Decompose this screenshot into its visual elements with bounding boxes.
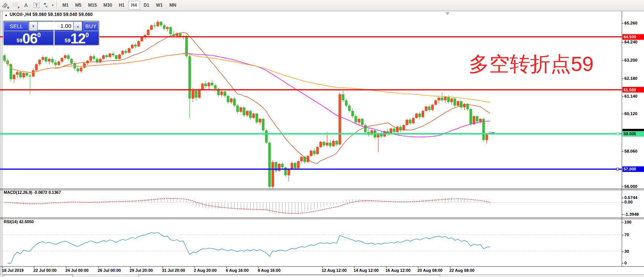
fibo-grid-icon: F <box>12 1 20 9</box>
volume-increase-button[interactable]: ▲ <box>74 22 82 31</box>
chart-shift-marker-icon[interactable] <box>445 12 450 15</box>
macd-panel <box>0 198 622 215</box>
date-label: 24 Jul 00:00 <box>65 268 88 273</box>
buy-price-display[interactable]: 59120 <box>55 31 99 45</box>
timeframe-button-M5[interactable]: M5 <box>72 1 85 10</box>
date-label: 22 Jul 00:00 <box>33 268 56 273</box>
ma-slow-line <box>4 54 490 102</box>
chart-symbol-header: ▲UKOil-,H4 59.060 59.160 59.040 59.060 <box>4 12 93 17</box>
timeframe-button-D1[interactable]: D1 <box>141 1 152 10</box>
rsi-axis-label: 0 <box>624 261 627 265</box>
timeframe-button-M30[interactable]: M30 <box>101 1 115 10</box>
sell-price-sup: 0 <box>37 32 40 39</box>
toolbar-separator <box>56 1 57 9</box>
price-axis-label: 61.140 <box>624 94 637 98</box>
date-label: 8 Aug 16:00 <box>258 268 280 273</box>
price-axis-label: 60.120 <box>624 111 637 116</box>
text-tool-button[interactable]: A <box>21 0 31 10</box>
buy-price-big: 12 <box>71 32 85 45</box>
date-label: 16 Aug 12:00 <box>386 268 410 273</box>
price-axis-label: 64.240 <box>624 40 637 44</box>
sell-price-big: 06 <box>22 32 37 45</box>
price-badge-61.500: 61.500 <box>622 87 644 92</box>
date-label: 22 Aug 08:00 <box>449 268 474 273</box>
fibonacci-tool-button[interactable]: F <box>11 0 20 10</box>
panel-borders <box>0 11 644 267</box>
collapse-triangle-icon[interactable]: ▲ <box>4 13 8 17</box>
arrows-icon <box>42 1 51 9</box>
rsi-axis-label: 30 <box>624 249 629 254</box>
chart-tab[interactable] <box>3 275 73 277</box>
date-label: 12 Aug 12:00 <box>322 268 347 273</box>
macd-axis-label: 0.5744 <box>624 195 637 200</box>
buy-price-sup: 0 <box>85 32 89 39</box>
macd-axis-label: 0.00 <box>624 200 632 204</box>
ma-mid-line <box>4 53 490 137</box>
chart-text-annotation[interactable]: 多空转折点59 <box>469 53 593 75</box>
date-label: 26 Jul 00:00 <box>98 268 121 273</box>
symbol-ohlc-text: UKOil-,H4 59.060 59.160 59.040 59.060 <box>10 12 93 17</box>
sell-button[interactable]: SELL <box>4 22 29 31</box>
volume-input[interactable] <box>38 22 74 30</box>
date-label: 14 Aug 12:00 <box>354 268 378 273</box>
crosshair-draw-tool-button[interactable]: E <box>0 0 10 10</box>
date-label: 2 Aug 20:00 <box>194 268 217 273</box>
timeframe-button-H1[interactable]: H1 <box>116 1 127 10</box>
price-axis-label: 62.180 <box>624 76 637 81</box>
boxed-t-icon: T <box>33 3 40 8</box>
buy-button[interactable]: BUY <box>84 22 98 31</box>
macd-axis-label: -1.3948 <box>624 212 639 216</box>
rsi-label: RSI(14) 42.5050 <box>4 219 34 224</box>
chart-tab[interactable] <box>139 275 440 277</box>
date-label: 6 Aug 16:00 <box>226 268 248 273</box>
timeframe-bar: M1M5M15M30H1H4D1W1MN <box>59 1 180 10</box>
sell-price-small: 59 <box>17 38 23 43</box>
price-axis-label: 65.260 <box>624 21 637 25</box>
crayon-icon: E <box>1 1 9 9</box>
date-label: 20 Aug 08:00 <box>417 268 442 273</box>
price-badge-57.000: 57.000 <box>622 166 644 172</box>
ma-fast-line <box>4 33 490 164</box>
one-click-trading-panel: SELL ▼ ▲ BUY 59060 59120 <box>3 20 100 46</box>
price-axis-label: 63.200 <box>624 58 637 62</box>
date-label: 18 Jul 2019 <box>2 268 24 273</box>
shapes-dropdown-button[interactable]: ▼ <box>42 0 55 10</box>
timeframe-button-W1[interactable]: W1 <box>153 1 166 10</box>
price-badge-59.005: 59.005 <box>622 131 644 137</box>
price-axis-label: 58.060 <box>624 149 637 153</box>
label-tool-button[interactable]: T <box>32 0 41 10</box>
timeframe-button-H4[interactable]: H4 <box>128 1 140 10</box>
rsi-panel <box>0 232 622 263</box>
volume-decrease-button[interactable]: ▼ <box>29 22 38 31</box>
date-label: 29 Jul 20:00 <box>130 268 153 273</box>
mt4-window: E F A T ▼ M1M5M15M30H1H4D1W1MN ▲UKOi <box>0 0 644 277</box>
timeframe-button-M1[interactable]: M1 <box>59 1 72 10</box>
buy-price-small: 59 <box>65 38 71 43</box>
date-label: 31 Jul 20:00 <box>162 268 185 273</box>
toolbar: E F A T ▼ M1M5M15M30H1H4D1W1MN <box>0 0 644 11</box>
timeframe-button-MN[interactable]: MN <box>166 1 179 10</box>
chevron-down-icon: ▼ <box>51 4 54 7</box>
macd-label: MACD(12,26,9) -0.0872 0.1367 <box>4 190 61 195</box>
price-badge-64.500: 64.500 <box>622 34 644 40</box>
rsi-axis-label: 100 <box>624 220 631 224</box>
timeframe-button-M15[interactable]: M15 <box>85 1 100 10</box>
letter-a-icon: A <box>24 2 28 8</box>
price-axis-label: 56.000 <box>624 184 637 189</box>
rsi-axis-label: 70 <box>624 232 629 237</box>
sell-price-display[interactable]: 59060 <box>4 31 53 45</box>
